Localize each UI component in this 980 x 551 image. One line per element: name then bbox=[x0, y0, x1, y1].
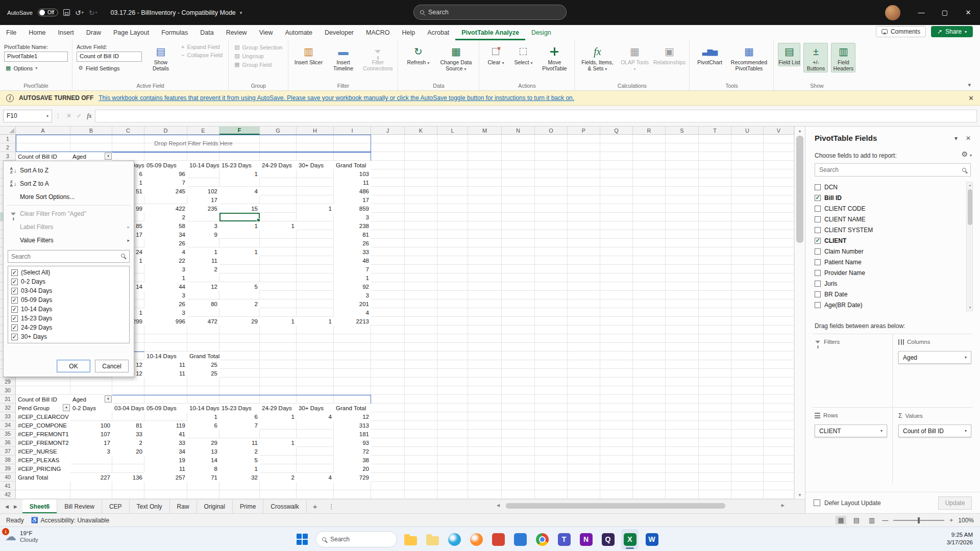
fields-scroll-up-icon[interactable]: ▲ bbox=[967, 182, 973, 188]
accessibility-status[interactable]: ♿Accessibility: Unavailable bbox=[31, 517, 109, 524]
select-button[interactable]: Select ▾ bbox=[511, 43, 535, 67]
cell-D38[interactable]: 19 bbox=[144, 456, 187, 464]
cell-E26[interactable]: Grand Total bbox=[187, 352, 219, 360]
taskbar-icon-firefox[interactable] bbox=[468, 529, 485, 549]
field-checkbox-client-system[interactable] bbox=[815, 227, 821, 233]
refresh-button[interactable]: ↻Refresh ▾ bbox=[402, 43, 434, 67]
document-title[interactable]: 03.17.26 - BillInventory - Compatibility… bbox=[111, 9, 242, 16]
cell-H40[interactable]: 4 bbox=[297, 473, 334, 482]
ribbon-tab-formulas[interactable]: Formulas bbox=[155, 25, 194, 40]
sheet-nav-left-icon[interactable]: ◀ bbox=[5, 504, 9, 509]
col-header-O[interactable]: O bbox=[535, 127, 568, 135]
cell-A37[interactable]: #CEP_NURSE bbox=[16, 447, 70, 456]
cell-I34[interactable]: 313 bbox=[334, 421, 371, 430]
cell-I17[interactable]: 1 bbox=[334, 273, 371, 282]
col-header-C[interactable]: C bbox=[112, 127, 144, 135]
checkbox-24-29-days[interactable] bbox=[11, 324, 18, 331]
field-checkbox-bill-id[interactable] bbox=[815, 195, 821, 201]
col-header-E[interactable]: E bbox=[187, 127, 219, 135]
col-header-I[interactable]: I bbox=[334, 127, 371, 135]
cell-E33[interactable]: 1 bbox=[187, 412, 219, 421]
cell-B31[interactable]: Aged▾ bbox=[70, 395, 112, 404]
ribbon-tab-review[interactable]: Review bbox=[220, 25, 253, 40]
cell-H22[interactable]: 1 bbox=[297, 317, 334, 325]
normal-view-button[interactable]: ▦ bbox=[836, 516, 846, 524]
cell-D34[interactable]: 119 bbox=[144, 421, 187, 430]
ribbon-tab-view[interactable]: View bbox=[253, 25, 279, 40]
checkbox-0-2-days[interactable] bbox=[11, 279, 18, 285]
filter-item-select-all[interactable]: (Select All) bbox=[9, 268, 128, 277]
field-checkbox-client-name[interactable] bbox=[815, 216, 821, 222]
values-area[interactable]: Count of Bill ID▾ bbox=[898, 424, 971, 437]
pane-chevron-down-icon[interactable]: ▾ bbox=[954, 135, 958, 142]
field-item-bill-id[interactable]: Bill ID bbox=[815, 192, 963, 203]
ribbon-tab-data[interactable]: Data bbox=[194, 25, 219, 40]
cell-F4[interactable]: 15-23 Days bbox=[219, 161, 260, 169]
cell-A35[interactable]: #CEP_FREMONT1 bbox=[16, 430, 70, 438]
page-layout-view-button[interactable]: ▤ bbox=[851, 516, 862, 524]
cell-C35[interactable]: 33 bbox=[112, 430, 144, 438]
row-header-36[interactable]: 36 bbox=[0, 438, 16, 447]
filter-item-15-23-days[interactable]: 15-23 Days bbox=[9, 314, 128, 323]
cell-A33[interactable]: #CEP_CLEARCOV bbox=[16, 412, 70, 421]
cell-F34[interactable]: 7 bbox=[219, 421, 260, 430]
taskbar-clock[interactable]: 9:25 AM 3/17/2026 bbox=[947, 531, 973, 546]
cell-I13[interactable]: 26 bbox=[334, 239, 371, 247]
cell-I33[interactable]: 12 bbox=[334, 412, 371, 421]
cell-F40[interactable]: 32 bbox=[219, 473, 260, 482]
filter-item-10-14-days[interactable]: 10-14 Days bbox=[9, 305, 128, 314]
col-header-V[interactable]: V bbox=[764, 127, 794, 135]
ribbon-tab-help[interactable]: Help bbox=[396, 25, 422, 40]
col-header-B[interactable]: B bbox=[70, 127, 112, 135]
row-header-2[interactable]: 2 bbox=[0, 143, 16, 152]
sheet-tab-prime[interactable]: Prime bbox=[233, 499, 263, 513]
sheet-tab-sheet6[interactable]: Sheet6 bbox=[22, 499, 57, 513]
taskbar-icon-file-explorer[interactable] bbox=[402, 529, 419, 549]
cell-A31[interactable]: Count of Bill ID bbox=[16, 395, 70, 404]
cancel-button[interactable]: Cancel bbox=[95, 360, 129, 372]
scroll-down-icon[interactable]: ▼ bbox=[795, 491, 805, 499]
defer-layout-checkbox[interactable] bbox=[814, 499, 820, 506]
tools-gear-icon[interactable]: ⚙ ▾ bbox=[962, 150, 972, 158]
fields-items-sets-button[interactable]: fxFields, Items, & Sets ▾ bbox=[579, 43, 616, 73]
ribbon-tab-automate[interactable]: Automate bbox=[279, 25, 319, 40]
cell-I16[interactable]: 7 bbox=[334, 265, 371, 273]
user-avatar[interactable] bbox=[885, 5, 900, 20]
cell-C32[interactable]: 03-04 Days bbox=[112, 404, 144, 412]
col-header-Q[interactable]: Q bbox=[600, 127, 633, 135]
cell-E34[interactable]: 6 bbox=[187, 421, 219, 430]
cell-E40[interactable]: 71 bbox=[187, 473, 219, 482]
field-checkbox-provider-name[interactable] bbox=[815, 270, 821, 276]
cell-I22[interactable]: 2213 bbox=[334, 317, 371, 325]
checkbox-10-14-days[interactable] bbox=[11, 306, 18, 313]
cell-A32[interactable]: Pend Group▾ bbox=[16, 404, 70, 412]
field-item-dcn[interactable]: DCN bbox=[815, 182, 963, 192]
fields-list-scrollbar[interactable]: ▲ ▼ bbox=[966, 182, 973, 311]
field-checkbox-juris[interactable] bbox=[815, 281, 821, 287]
cell-I12[interactable]: 81 bbox=[334, 230, 371, 239]
pivottable-name-input[interactable]: PivotTable1 bbox=[4, 52, 68, 62]
ribbon-tab-draw[interactable]: Draw bbox=[80, 25, 107, 40]
share-button[interactable]: ↗Share▾ bbox=[931, 26, 973, 37]
col-header-K[interactable]: K bbox=[405, 127, 437, 135]
cell-A38[interactable]: #CEP_PLEXAS bbox=[16, 456, 70, 464]
row-header-35[interactable]: 35 bbox=[0, 430, 16, 438]
cell-E38[interactable]: 14 bbox=[187, 456, 219, 464]
chip-dropdown-icon[interactable]: ▾ bbox=[880, 429, 883, 433]
cell-I6[interactable]: 11 bbox=[334, 178, 371, 187]
field-headers-toggle[interactable]: ▥Field Headers bbox=[831, 43, 855, 72]
formula-input[interactable] bbox=[95, 110, 977, 122]
vertical-scroll-thumb[interactable] bbox=[796, 136, 803, 243]
field-item-client[interactable]: CLIENT bbox=[815, 235, 963, 246]
field-checkbox-client-code[interactable] bbox=[815, 206, 821, 212]
cell-F32[interactable]: 15-23 Days bbox=[219, 404, 260, 412]
cell-I40[interactable]: 729 bbox=[334, 473, 371, 482]
cell-I35[interactable]: 181 bbox=[334, 430, 371, 438]
scroll-left-icon[interactable]: ◀ bbox=[497, 503, 500, 508]
col-header-L[interactable]: L bbox=[437, 127, 468, 135]
cell-D27[interactable]: 11 bbox=[144, 360, 187, 369]
cell-I21[interactable]: 4 bbox=[334, 308, 371, 317]
cell-E7[interactable]: 102 bbox=[187, 187, 219, 195]
zoom-in-button[interactable]: + bbox=[949, 517, 953, 524]
zoom-level[interactable]: 100% bbox=[958, 517, 974, 524]
